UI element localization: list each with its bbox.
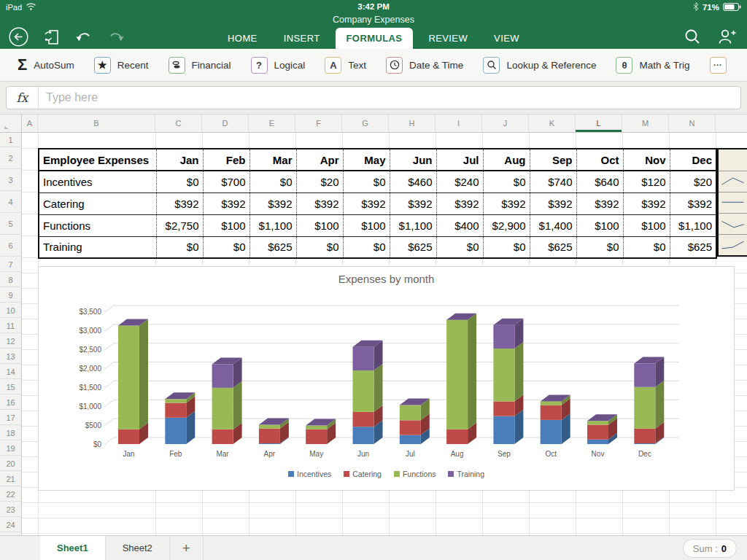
table-header-cell[interactable]: Employee Expenses xyxy=(39,149,156,171)
row-header-19[interactable]: 19 xyxy=(0,441,21,456)
table-cell[interactable]: Training xyxy=(39,236,156,258)
sheet-tab-sheet1[interactable]: Sheet1 xyxy=(40,536,106,560)
table-cell[interactable]: $100 xyxy=(623,214,670,236)
row-header-10[interactable]: 10 xyxy=(0,303,21,318)
table-header-cell[interactable]: Feb xyxy=(203,149,249,171)
tab-insert[interactable]: INSERT xyxy=(273,28,331,49)
table-header-cell[interactable]: Oct xyxy=(576,149,623,171)
table-cell[interactable]: $240 xyxy=(436,171,483,192)
table-cell[interactable]: Functions xyxy=(39,214,156,236)
formula-input[interactable] xyxy=(39,91,740,104)
math-trig-button[interactable]: θMath & Trig xyxy=(616,57,689,74)
table-cell[interactable]: $625 xyxy=(390,236,436,258)
table-cell[interactable]: Catering xyxy=(39,192,156,214)
table-cell[interactable]: $392 xyxy=(530,192,576,214)
functions-sparkline[interactable] xyxy=(719,213,747,234)
table-cell[interactable]: $400 xyxy=(436,214,483,236)
table-cell[interactable]: $20 xyxy=(296,171,343,192)
column-header-i[interactable]: I xyxy=(436,114,482,132)
row-header-6[interactable]: 6 xyxy=(0,236,21,257)
column-header-e[interactable]: E xyxy=(249,114,295,132)
row-header-7[interactable]: 7 xyxy=(0,257,21,272)
table-cell[interactable]: $1,400 xyxy=(530,214,576,236)
row-header-24[interactable]: 24 xyxy=(0,518,21,532)
table-cell[interactable]: $392 xyxy=(670,192,716,214)
table-cell[interactable]: $1,100 xyxy=(249,214,296,236)
training-sparkline[interactable] xyxy=(719,234,747,255)
table-cell[interactable]: $460 xyxy=(390,171,436,192)
table-cell[interactable]: $100 xyxy=(576,214,623,236)
row-header-11[interactable]: 11 xyxy=(0,319,21,333)
table-cell[interactable]: $2,900 xyxy=(483,214,530,236)
table-cell[interactable]: $0 xyxy=(483,171,530,192)
lookup-reference-button[interactable]: Lookup & Reference xyxy=(483,57,596,74)
table-cell[interactable]: $0 xyxy=(203,236,249,258)
sheet-tab-sheet2[interactable]: Sheet2 xyxy=(106,536,170,560)
logical-button[interactable]: ?Logical xyxy=(251,57,306,74)
column-header-m[interactable]: M xyxy=(622,114,669,132)
row-header-13[interactable]: 13 xyxy=(0,349,21,364)
table-cell[interactable]: $1,100 xyxy=(390,214,436,236)
table-cell[interactable]: $640 xyxy=(576,171,623,192)
table-cell[interactable]: $392 xyxy=(296,192,343,214)
incentives-sparkline[interactable] xyxy=(719,171,747,192)
table-cell[interactable]: $625 xyxy=(249,236,296,258)
table-cell[interactable]: $392 xyxy=(249,192,296,214)
table-cell[interactable]: $392 xyxy=(156,192,203,214)
row-header-8[interactable]: 8 xyxy=(0,273,21,287)
table-cell[interactable]: $0 xyxy=(343,171,390,192)
spreadsheet-grid[interactable]: 1234567891011121314151617181920212223242… xyxy=(0,133,747,535)
table-header-cell[interactable]: Jul xyxy=(436,149,483,171)
table-cell[interactable]: $100 xyxy=(343,214,390,236)
recent-button[interactable]: ★Recent xyxy=(94,57,149,74)
row-header-14[interactable]: 14 xyxy=(0,365,21,379)
row-header-17[interactable]: 17 xyxy=(0,411,21,425)
column-header-l[interactable]: L xyxy=(576,114,622,132)
table-header-cell[interactable]: Sep xyxy=(530,149,576,171)
column-header-h[interactable]: H xyxy=(389,114,436,132)
column-header-k[interactable]: K xyxy=(529,114,576,132)
table-cell[interactable]: $100 xyxy=(296,214,343,236)
tab-formulas[interactable]: FORMULAS xyxy=(336,28,414,49)
row-header-5[interactable]: 5 xyxy=(0,214,21,235)
add-sheet-button[interactable]: + xyxy=(170,536,204,560)
row-header-22[interactable]: 22 xyxy=(0,487,21,502)
table-cell[interactable]: $0 xyxy=(156,236,203,258)
table-cell[interactable]: $0 xyxy=(156,171,203,192)
search-button[interactable] xyxy=(684,28,700,47)
table-cell[interactable]: $392 xyxy=(203,192,249,214)
table-cell[interactable]: $625 xyxy=(530,236,576,258)
table-cell[interactable]: $392 xyxy=(623,192,670,214)
table-header-cell[interactable]: Aug xyxy=(483,149,530,171)
row-header-9[interactable]: 9 xyxy=(0,288,21,303)
column-header-d[interactable]: D xyxy=(202,114,249,132)
table-cell[interactable]: $392 xyxy=(343,192,390,214)
row-header-20[interactable]: 20 xyxy=(0,456,21,471)
catering-sparkline[interactable] xyxy=(719,192,747,213)
table-header-cell[interactable]: Apr xyxy=(296,149,343,171)
column-header-b[interactable]: B xyxy=(38,114,155,132)
column-header-f[interactable]: F xyxy=(295,114,342,132)
table-cell[interactable]: $100 xyxy=(203,214,249,236)
expenses-chart[interactable]: $0$500$1,000$1,500$2,000$2,500$3,000$3,5… xyxy=(38,266,735,491)
table-cell[interactable]: $700 xyxy=(203,171,249,192)
row-header-16[interactable]: 16 xyxy=(0,395,21,410)
table-cell[interactable]: $392 xyxy=(436,192,483,214)
table-cell[interactable]: $392 xyxy=(483,192,530,214)
table-cell[interactable]: $20 xyxy=(670,171,716,192)
aggregate-badge[interactable]: Sum : 0 xyxy=(683,539,737,558)
row-header-2[interactable]: 2 xyxy=(0,148,21,169)
table-cell[interactable]: $392 xyxy=(390,192,436,214)
share-people-button[interactable] xyxy=(718,28,737,47)
table-cell[interactable]: $1,100 xyxy=(670,214,716,236)
table-cell[interactable]: $740 xyxy=(530,171,576,192)
table-cell[interactable]: $625 xyxy=(670,236,716,258)
more-functions-button[interactable]: ... xyxy=(710,57,727,74)
row-header-1[interactable]: 1 xyxy=(0,133,21,147)
table-cell[interactable]: $392 xyxy=(576,192,623,214)
table-header-cell[interactable]: Nov xyxy=(623,149,670,171)
text-button[interactable]: AText xyxy=(325,57,366,74)
row-header-12[interactable]: 12 xyxy=(0,334,21,349)
table-header-cell[interactable]: May xyxy=(343,149,390,171)
row-header-15[interactable]: 15 xyxy=(0,380,21,394)
